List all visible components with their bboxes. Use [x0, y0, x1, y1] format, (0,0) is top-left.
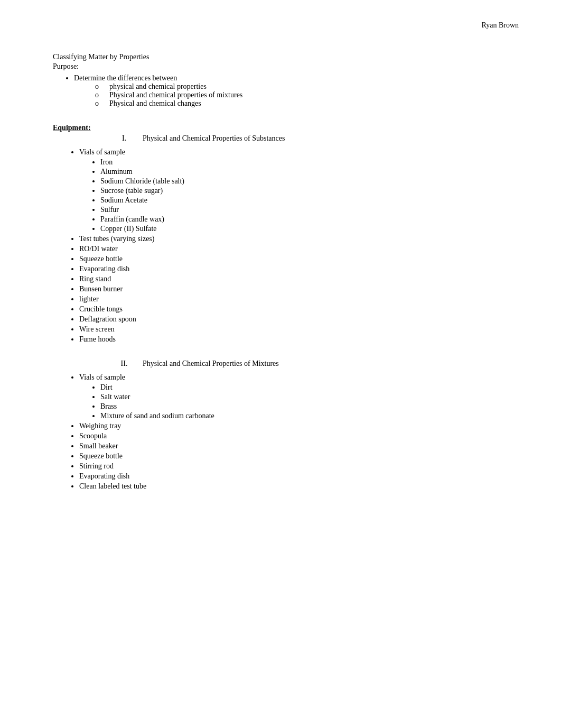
list-item: Evaporating dish	[79, 472, 519, 481]
list-item: Squeeze bottle	[79, 452, 519, 460]
page: Ryan Brown Classifying Matter by Propert…	[0, 0, 561, 728]
list-item: Mixture of sand and sodium carbonate	[100, 412, 519, 420]
list-item: Ring stand	[79, 275, 519, 283]
list-item: Squeeze bottle	[79, 255, 519, 263]
vials2-sublist: Dirt Salt water Brass Mixture of sand an…	[100, 383, 519, 420]
list-item: lighter	[79, 295, 519, 303]
vials-label: Vials of sample	[79, 148, 125, 156]
vials2-label: Vials of sample	[79, 373, 125, 381]
section2-list: Vials of sample Dirt Salt water Brass Mi…	[79, 373, 519, 491]
list-item: Physical and chemical properties of mixt…	[95, 91, 519, 99]
section1-heading: I. Physical and Chemical Properties of S…	[116, 134, 519, 143]
list-item: Small beaker	[79, 442, 519, 450]
list-item: Bunsen burner	[79, 285, 519, 293]
section1-title: Physical and Chemical Properties of Subs…	[143, 134, 285, 143]
page-title: Classifying Matter by Properties	[53, 53, 519, 61]
list-item: Aluminum	[100, 168, 519, 176]
list-item: Test tubes (varying sizes)	[79, 235, 519, 243]
list-item: Salt water	[100, 393, 519, 401]
list-item: Crucible tongs	[79, 305, 519, 314]
list-item: Brass	[100, 402, 519, 411]
list-item: Sodium Acetate	[100, 196, 519, 205]
section2-roman: II.	[116, 360, 132, 368]
list-item: Paraffin (candle wax)	[100, 215, 519, 224]
list-item: Sodium Chloride (table salt)	[100, 177, 519, 186]
list-item: Determine the differences between physic…	[74, 74, 519, 108]
list-item: Sulfur	[100, 206, 519, 214]
list-item: Sucrose (table sugar)	[100, 187, 519, 195]
list-item: Wire screen	[79, 325, 519, 334]
equipment-label: Equipment:	[53, 124, 519, 132]
purpose-item-text: Determine the differences between	[74, 74, 177, 82]
vials-sublist: Iron Aluminum Sodium Chloride (table sal…	[100, 158, 519, 233]
list-item: Deflagration spoon	[79, 315, 519, 324]
section2-title: Physical and Chemical Properties of Mixt…	[143, 360, 279, 368]
list-item: Weighing tray	[79, 422, 519, 430]
list-item: Iron	[100, 158, 519, 167]
list-item: Fume hoods	[79, 335, 519, 344]
section2-heading: II. Physical and Chemical Properties of …	[116, 360, 519, 368]
purpose-sublist: physical and chemical properties Physica…	[95, 82, 519, 108]
list-item: Copper (II) Sulfate	[100, 225, 519, 233]
list-item: Dirt	[100, 383, 519, 392]
section1-list: Vials of sample Iron Aluminum Sodium Chl…	[79, 148, 519, 344]
list-item: Vials of sample Iron Aluminum Sodium Chl…	[79, 148, 519, 233]
list-item: Vials of sample Dirt Salt water Brass Mi…	[79, 373, 519, 420]
purpose-label: Purpose:	[53, 62, 519, 71]
list-item: Clean labeled test tube	[79, 482, 519, 491]
purpose-list: Determine the differences between physic…	[74, 74, 519, 108]
list-item: RO/DI water	[79, 245, 519, 253]
author-name: Ryan Brown	[481, 21, 519, 30]
list-item: Physical and chemical changes	[95, 99, 519, 108]
list-item: Stirring rod	[79, 462, 519, 471]
section1-roman: I.	[116, 134, 132, 143]
list-item: physical and chemical properties	[95, 82, 519, 91]
list-item: Scoopula	[79, 432, 519, 440]
list-item: Evaporating dish	[79, 265, 519, 273]
